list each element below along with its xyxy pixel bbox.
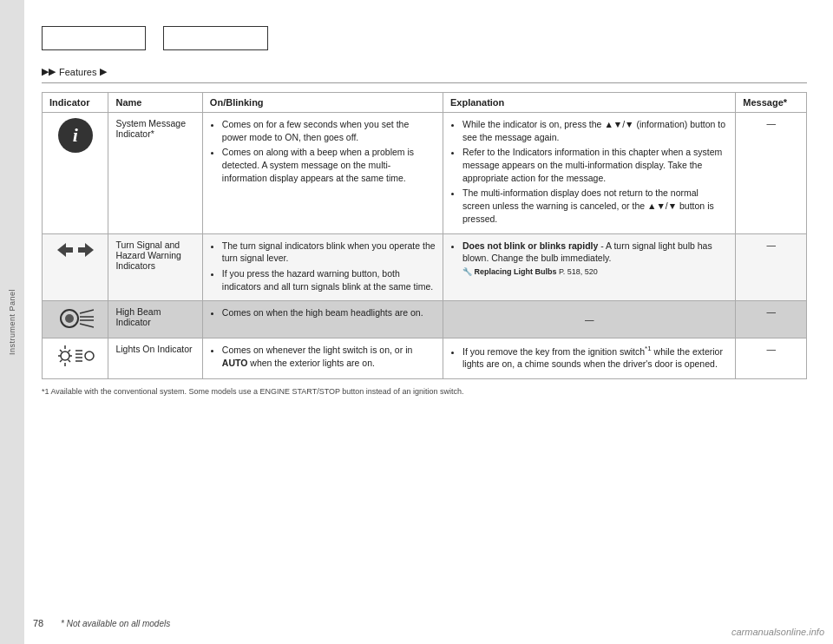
- highbeam-icon: [57, 306, 94, 331]
- col-header-explanation: Explanation: [443, 93, 735, 113]
- col-header-indicator: Indicator: [43, 93, 108, 113]
- section-divider: [42, 82, 807, 83]
- svg-line-16: [60, 360, 62, 363]
- svg-line-14: [68, 360, 70, 363]
- col-header-message: Message*: [736, 93, 807, 113]
- svg-marker-1: [78, 243, 94, 257]
- page-note: * Not available on all models: [61, 619, 170, 628]
- indicator-table: Indicator Name On/Blinking Explanation M…: [42, 92, 807, 379]
- header-boxes: [42, 26, 807, 50]
- indicator-icon-turnsignal: [43, 233, 108, 301]
- indicator-icon-highbeam: [43, 301, 108, 338]
- indicator-name-turnsignal: Turn Signal and Hazard Warning Indicator…: [108, 233, 202, 301]
- header-box-2: [163, 26, 268, 50]
- svg-marker-0: [57, 243, 73, 257]
- indicator-explain-turnsignal: Does not blink or blinks rapidly - A tur…: [443, 233, 735, 301]
- main-content: ▶▶ Features ▶ Indicator Name On/Blinking…: [24, 0, 833, 415]
- svg-point-3: [65, 314, 74, 323]
- indicator-name-lightson: Lights On Indicator: [108, 338, 202, 379]
- svg-line-4: [80, 310, 94, 313]
- table-row: Turn Signal and Hazard Warning Indicator…: [43, 233, 807, 301]
- indicator-onblink-system: Comes on for a few seconds when you set …: [202, 113, 443, 234]
- col-header-name: Name: [108, 93, 202, 113]
- indicator-icon-system: i: [43, 113, 108, 234]
- arrow-icon: [57, 240, 94, 260]
- page-number: 78: [33, 618, 43, 628]
- indicator-explain-lightson: If you remove the key from the ignition …: [443, 338, 735, 379]
- indicator-name-system: System Message Indicator*: [108, 113, 202, 234]
- footnote: *1 Available with the conventional syste…: [42, 386, 807, 398]
- table-row: Lights On Indicator Comes on whenever th…: [43, 338, 807, 379]
- info-icon: i: [58, 118, 93, 153]
- indicator-name-highbeam: High Beam Indicator: [108, 301, 202, 338]
- nav-prefix: ▶▶: [42, 66, 56, 77]
- page-container: Instrument Panel ▶▶ Features ▶ Indica: [0, 0, 833, 644]
- nav-suffix: ▶: [100, 66, 107, 77]
- indicator-message-highbeam: —: [736, 301, 807, 338]
- indicator-explain-system: While the indicator is on, press the ▲▼/…: [443, 113, 735, 234]
- svg-line-7: [80, 324, 94, 327]
- indicator-message-lightson: —: [736, 338, 807, 379]
- col-header-onblinking: On/Blinking: [202, 93, 443, 113]
- table-row: High Beam Indicator Comes on when the hi…: [43, 301, 807, 338]
- indicator-message-system: —: [736, 113, 807, 234]
- svg-line-13: [60, 350, 62, 352]
- indicator-explain-highbeam: —: [443, 301, 735, 338]
- svg-point-8: [61, 352, 69, 360]
- indicator-onblink-lightson: Comes on whenever the light switch is on…: [202, 338, 443, 379]
- sidebar-strip: Instrument Panel: [0, 0, 24, 644]
- lightson-icon: [56, 344, 95, 368]
- watermark: carmanualsonline.info: [731, 627, 824, 637]
- header-box-1: [42, 26, 146, 50]
- svg-line-15: [68, 350, 70, 352]
- indicator-onblink-turnsignal: The turn signal indicators blink when yo…: [202, 233, 443, 301]
- table-row: i System Message Indicator* Comes on for…: [43, 113, 807, 234]
- indicator-message-turnsignal: —: [736, 233, 807, 301]
- breadcrumb: ▶▶ Features ▶: [42, 66, 807, 77]
- svg-point-21: [85, 352, 94, 360]
- nav-features: Features: [59, 67, 96, 77]
- indicator-onblink-highbeam: Comes on when the high beam headlights a…: [202, 301, 443, 338]
- indicator-icon-lightson: [43, 338, 108, 379]
- sidebar-label: Instrument Panel: [8, 289, 16, 355]
